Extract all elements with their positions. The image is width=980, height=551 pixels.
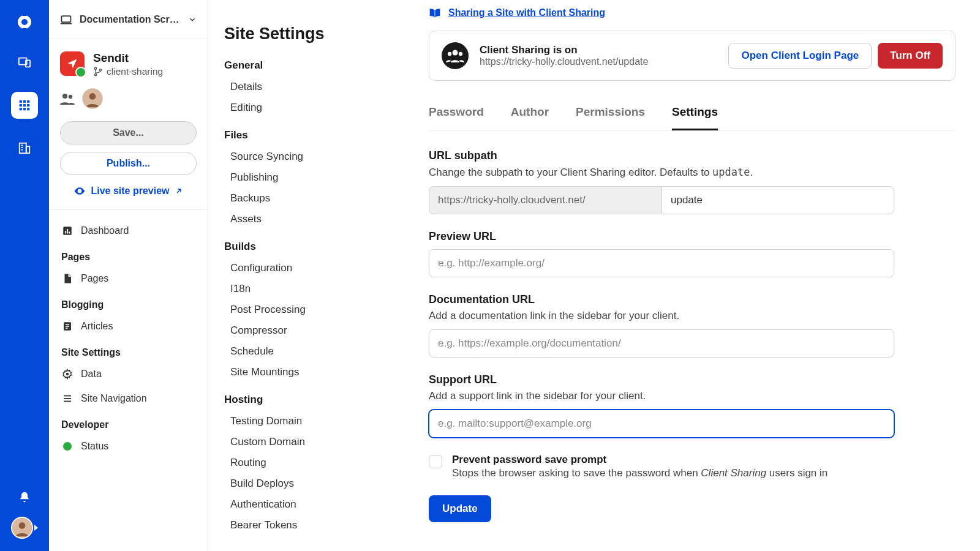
svg-rect-34 <box>69 232 70 234</box>
nav-label: Data <box>81 369 102 380</box>
tab-author[interactable]: Author <box>511 99 549 130</box>
settings-sidebar: Site Settings GeneralDetailsEditingFiles… <box>208 0 404 551</box>
turn-off-button[interactable]: Turn Off <box>878 43 943 69</box>
svg-point-29 <box>89 93 96 100</box>
nav-pages[interactable]: Pages <box>49 266 208 291</box>
settings-link[interactable]: Testing Domain <box>224 411 388 432</box>
settings-link[interactable]: Routing <box>224 452 388 473</box>
settings-link[interactable]: Authentication <box>224 494 388 515</box>
nav-heading-developer: Developer <box>49 411 208 434</box>
settings-group-heading: Files <box>224 129 388 141</box>
notifications-icon[interactable] <box>11 491 38 503</box>
nav-label: Status <box>81 441 108 452</box>
prevent-password-checkbox[interactable] <box>429 455 442 468</box>
svg-point-23 <box>94 67 96 69</box>
support-url-help: Add a support link in the sidebar for yo… <box>429 390 894 402</box>
rail-org-icon[interactable] <box>11 135 38 162</box>
card-title: Client Sharing is on <box>480 44 648 56</box>
tab-settings[interactable]: Settings <box>672 99 718 130</box>
nav-label: Pages <box>81 273 108 284</box>
eye-icon <box>74 185 86 197</box>
page-icon <box>61 273 74 284</box>
checkbox-help: Stops the browser asking to save the pas… <box>452 467 827 479</box>
members-icon <box>60 92 75 105</box>
svg-rect-11 <box>20 108 22 110</box>
settings-link[interactable]: Compressor <box>224 320 388 341</box>
app-rail <box>0 0 49 551</box>
doc-url-help: Add a documentation link in the sidebar … <box>429 310 894 322</box>
settings-group-heading: Hosting <box>224 394 388 406</box>
nav-heading-pages: Pages <box>49 243 208 266</box>
svg-rect-1 <box>23 11 26 16</box>
preview-url-label: Preview URL <box>429 230 894 243</box>
tab-password[interactable]: Password <box>429 99 484 130</box>
nav-heading-settings: Site Settings <box>49 339 208 362</box>
svg-point-44 <box>453 50 458 56</box>
settings-link[interactable]: Schedule <box>224 341 388 362</box>
svg-rect-33 <box>67 229 68 234</box>
save-button[interactable]: Save... <box>60 121 197 144</box>
settings-link[interactable]: Custom Domain <box>224 432 388 452</box>
settings-link[interactable]: I18n <box>224 279 388 299</box>
nav-label: Dashboard <box>81 225 129 236</box>
svg-rect-9 <box>23 104 26 107</box>
nav-status[interactable]: Status <box>49 434 208 459</box>
nav-articles[interactable]: Articles <box>49 314 208 339</box>
publish-button[interactable]: Publish... <box>60 152 197 175</box>
settings-link[interactable]: Editing <box>224 97 388 118</box>
site-members[interactable] <box>49 80 208 121</box>
settings-link[interactable]: Publishing <box>224 167 388 188</box>
site-logo-icon <box>60 51 85 76</box>
project-selector[interactable]: Documentation Scr… <box>49 0 208 39</box>
svg-point-24 <box>94 74 96 76</box>
open-client-login-button[interactable]: Open Client Login Page <box>728 43 872 69</box>
svg-rect-2 <box>23 28 26 33</box>
site-sidebar: Documentation Scr… Sendit client-sharing <box>49 0 208 551</box>
project-name: Documentation Scr… <box>80 14 179 25</box>
settings-link[interactable]: Build Deploys <box>224 473 388 494</box>
brand-logo-icon <box>13 11 36 33</box>
group-icon <box>442 42 469 69</box>
settings-link[interactable]: Details <box>224 77 388 97</box>
settings-link[interactable]: Bearer Tokens <box>224 515 388 536</box>
settings-link[interactable]: Post Processing <box>224 299 388 320</box>
settings-link[interactable]: Configuration <box>224 258 388 279</box>
doc-url-input[interactable] <box>429 329 894 358</box>
settings-title: Site Settings <box>224 24 388 43</box>
rail-devices-icon[interactable] <box>11 49 38 76</box>
settings-group-heading: General <box>224 59 388 72</box>
settings-group-heading: Builds <box>224 241 388 253</box>
settings-link[interactable]: Site Mountings <box>224 362 388 383</box>
nav-data[interactable]: Data <box>49 362 208 386</box>
svg-rect-5 <box>20 100 22 103</box>
settings-link[interactable]: Backups <box>224 188 388 209</box>
svg-point-25 <box>99 69 101 71</box>
svg-point-20 <box>19 522 26 529</box>
nav-heading-blogging: Blogging <box>49 291 208 314</box>
url-subpath-label: URL subpath <box>429 149 894 162</box>
live-preview-link[interactable]: Live site preview <box>49 175 208 209</box>
list-icon <box>61 393 74 404</box>
svg-point-0 <box>20 17 29 27</box>
preview-url-input[interactable] <box>429 249 894 277</box>
update-button[interactable]: Update <box>429 495 491 522</box>
support-url-input[interactable] <box>429 410 894 438</box>
tabs: PasswordAuthorPermissionsSettings <box>429 99 956 131</box>
settings-link[interactable]: Assets <box>224 209 388 230</box>
url-subpath-input[interactable] <box>662 186 894 214</box>
settings-link[interactable]: Source Syncing <box>224 146 388 167</box>
svg-rect-7 <box>27 100 29 103</box>
tab-permissions[interactable]: Permissions <box>576 99 645 130</box>
book-icon <box>429 7 441 18</box>
branch-name: client-sharing <box>107 66 163 77</box>
rail-apps-icon[interactable] <box>11 92 38 119</box>
rail-user-avatar[interactable] <box>11 517 38 539</box>
article-icon <box>61 321 74 332</box>
nav-dashboard[interactable]: Dashboard <box>49 219 208 243</box>
laptop-icon <box>60 13 72 26</box>
nav-site-navigation[interactable]: Site Navigation <box>49 386 208 411</box>
card-subtitle: https://tricky-holly.cloudvent.net/updat… <box>480 56 648 67</box>
nav-label: Site Navigation <box>81 393 147 404</box>
help-doc-link[interactable]: Sharing a Site with Client Sharing <box>448 7 605 18</box>
status-icon <box>61 442 74 451</box>
